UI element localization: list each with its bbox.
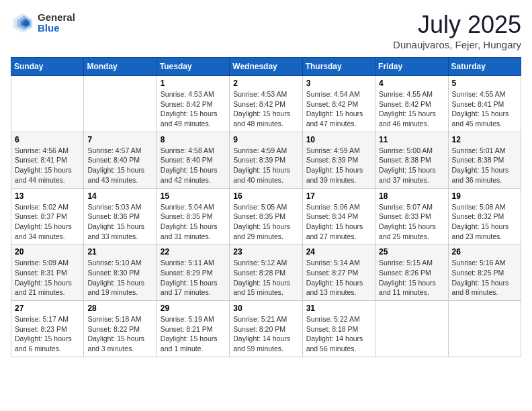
calendar-cell: 30Sunrise: 5:21 AM Sunset: 8:20 PM Dayli… bbox=[230, 301, 302, 357]
day-info: Sunrise: 4:54 AM Sunset: 8:42 PM Dayligh… bbox=[306, 89, 371, 129]
day-info: Sunrise: 5:11 AM Sunset: 8:29 PM Dayligh… bbox=[161, 258, 226, 298]
day-number: 30 bbox=[233, 304, 298, 313]
calendar-cell: 15Sunrise: 5:04 AM Sunset: 8:35 PM Dayli… bbox=[157, 188, 229, 244]
calendar-cell: 19Sunrise: 5:08 AM Sunset: 8:32 PM Dayli… bbox=[448, 188, 521, 244]
day-number: 29 bbox=[161, 304, 226, 313]
day-number: 10 bbox=[306, 135, 371, 144]
day-info: Sunrise: 4:53 AM Sunset: 8:42 PM Dayligh… bbox=[161, 89, 226, 129]
day-info: Sunrise: 4:55 AM Sunset: 8:42 PM Dayligh… bbox=[379, 89, 444, 129]
day-number: 7 bbox=[87, 135, 152, 144]
calendar-cell: 1Sunrise: 4:53 AM Sunset: 8:42 PM Daylig… bbox=[157, 76, 229, 132]
day-of-week-tuesday: Tuesday bbox=[157, 58, 229, 76]
day-info: Sunrise: 5:14 AM Sunset: 8:27 PM Dayligh… bbox=[306, 258, 371, 298]
calendar-cell: 14Sunrise: 5:03 AM Sunset: 8:36 PM Dayli… bbox=[84, 188, 157, 244]
day-info: Sunrise: 4:59 AM Sunset: 8:39 PM Dayligh… bbox=[306, 146, 371, 185]
calendar-cell: 28Sunrise: 5:18 AM Sunset: 8:22 PM Dayli… bbox=[84, 301, 157, 357]
calendar-cell: 11Sunrise: 5:00 AM Sunset: 8:38 PM Dayli… bbox=[375, 132, 448, 188]
calendar-cell: 7Sunrise: 4:57 AM Sunset: 8:40 PM Daylig… bbox=[84, 132, 157, 188]
logo-icon bbox=[11, 11, 35, 35]
day-info: Sunrise: 5:15 AM Sunset: 8:26 PM Dayligh… bbox=[379, 258, 444, 298]
calendar-header: SundayMondayTuesdayWednesdayThursdayFrid… bbox=[11, 58, 521, 76]
day-of-week-sunday: Sunday bbox=[11, 58, 84, 76]
day-number: 12 bbox=[452, 135, 517, 144]
day-info: Sunrise: 5:17 AM Sunset: 8:23 PM Dayligh… bbox=[15, 314, 80, 354]
logo-blue: Blue bbox=[38, 23, 75, 34]
day-number: 19 bbox=[452, 191, 517, 201]
day-number: 18 bbox=[379, 191, 444, 201]
day-info: Sunrise: 5:05 AM Sunset: 8:35 PM Dayligh… bbox=[233, 202, 298, 242]
day-number: 15 bbox=[161, 191, 226, 201]
calendar-cell: 5Sunrise: 4:55 AM Sunset: 8:41 PM Daylig… bbox=[448, 76, 521, 132]
calendar-cell: 21Sunrise: 5:10 AM Sunset: 8:30 PM Dayli… bbox=[84, 244, 157, 301]
day-number: 8 bbox=[161, 135, 226, 144]
day-info: Sunrise: 5:08 AM Sunset: 8:32 PM Dayligh… bbox=[452, 202, 517, 242]
day-info: Sunrise: 5:02 AM Sunset: 8:37 PM Dayligh… bbox=[15, 202, 80, 242]
day-info: Sunrise: 4:57 AM Sunset: 8:40 PM Dayligh… bbox=[87, 146, 152, 185]
day-number: 25 bbox=[379, 247, 444, 257]
day-number: 9 bbox=[233, 135, 298, 144]
day-number: 28 bbox=[87, 304, 152, 313]
calendar-cell: 8Sunrise: 4:58 AM Sunset: 8:40 PM Daylig… bbox=[157, 132, 229, 188]
calendar-table: SundayMondayTuesdayWednesdayThursdayFrid… bbox=[11, 57, 521, 357]
calendar-cell bbox=[84, 76, 157, 132]
calendar-cell: 4Sunrise: 4:55 AM Sunset: 8:42 PM Daylig… bbox=[375, 76, 448, 132]
calendar-cell: 10Sunrise: 4:59 AM Sunset: 8:39 PM Dayli… bbox=[302, 132, 375, 188]
day-info: Sunrise: 4:56 AM Sunset: 8:41 PM Dayligh… bbox=[15, 146, 80, 185]
calendar-cell: 16Sunrise: 5:05 AM Sunset: 8:35 PM Dayli… bbox=[230, 188, 302, 244]
day-number: 20 bbox=[15, 247, 80, 257]
calendar-cell: 23Sunrise: 5:12 AM Sunset: 8:28 PM Dayli… bbox=[230, 244, 302, 301]
day-number: 27 bbox=[15, 304, 80, 313]
calendar-cell: 13Sunrise: 5:02 AM Sunset: 8:37 PM Dayli… bbox=[11, 188, 84, 244]
calendar-cell: 18Sunrise: 5:07 AM Sunset: 8:33 PM Dayli… bbox=[375, 188, 448, 244]
calendar-cell: 25Sunrise: 5:15 AM Sunset: 8:26 PM Dayli… bbox=[375, 244, 448, 301]
days-of-week-row: SundayMondayTuesdayWednesdayThursdayFrid… bbox=[11, 58, 521, 76]
day-info: Sunrise: 5:19 AM Sunset: 8:21 PM Dayligh… bbox=[161, 314, 226, 354]
day-number: 13 bbox=[15, 191, 80, 201]
day-info: Sunrise: 5:12 AM Sunset: 8:28 PM Dayligh… bbox=[233, 258, 298, 298]
day-info: Sunrise: 5:16 AM Sunset: 8:25 PM Dayligh… bbox=[452, 258, 517, 298]
logo: General Blue bbox=[11, 11, 75, 35]
calendar-cell bbox=[448, 301, 521, 357]
calendar-cell: 2Sunrise: 4:53 AM Sunset: 8:42 PM Daylig… bbox=[230, 76, 302, 132]
day-info: Sunrise: 5:18 AM Sunset: 8:22 PM Dayligh… bbox=[87, 314, 152, 354]
day-info: Sunrise: 5:01 AM Sunset: 8:38 PM Dayligh… bbox=[452, 146, 517, 185]
calendar-cell: 31Sunrise: 5:22 AM Sunset: 8:18 PM Dayli… bbox=[302, 301, 375, 357]
day-number: 14 bbox=[87, 191, 152, 201]
day-info: Sunrise: 5:21 AM Sunset: 8:20 PM Dayligh… bbox=[233, 314, 298, 354]
day-number: 31 bbox=[306, 304, 371, 313]
day-info: Sunrise: 5:09 AM Sunset: 8:31 PM Dayligh… bbox=[15, 258, 80, 298]
calendar-cell: 17Sunrise: 5:06 AM Sunset: 8:34 PM Dayli… bbox=[302, 188, 375, 244]
calendar-week-5: 27Sunrise: 5:17 AM Sunset: 8:23 PM Dayli… bbox=[11, 301, 521, 357]
calendar-body: 1Sunrise: 4:53 AM Sunset: 8:42 PM Daylig… bbox=[11, 76, 521, 357]
calendar-cell: 24Sunrise: 5:14 AM Sunset: 8:27 PM Dayli… bbox=[302, 244, 375, 301]
day-number: 2 bbox=[233, 79, 298, 88]
calendar-cell bbox=[375, 301, 448, 357]
day-info: Sunrise: 5:07 AM Sunset: 8:33 PM Dayligh… bbox=[379, 202, 444, 242]
calendar-cell: 6Sunrise: 4:56 AM Sunset: 8:41 PM Daylig… bbox=[11, 132, 84, 188]
day-of-week-saturday: Saturday bbox=[448, 58, 521, 76]
logo-text: General Blue bbox=[38, 12, 75, 34]
day-info: Sunrise: 5:10 AM Sunset: 8:30 PM Dayligh… bbox=[87, 258, 152, 298]
calendar-cell: 27Sunrise: 5:17 AM Sunset: 8:23 PM Dayli… bbox=[11, 301, 84, 357]
calendar-week-1: 1Sunrise: 4:53 AM Sunset: 8:42 PM Daylig… bbox=[11, 76, 521, 132]
location-subtitle: Dunaujvaros, Fejer, Hungary bbox=[393, 39, 521, 50]
calendar-cell bbox=[11, 76, 84, 132]
day-number: 21 bbox=[87, 247, 152, 257]
day-of-week-monday: Monday bbox=[84, 58, 157, 76]
day-number: 6 bbox=[15, 135, 80, 144]
day-number: 5 bbox=[452, 79, 517, 88]
day-of-week-wednesday: Wednesday bbox=[230, 58, 302, 76]
day-info: Sunrise: 5:22 AM Sunset: 8:18 PM Dayligh… bbox=[306, 314, 371, 354]
day-number: 24 bbox=[306, 247, 371, 257]
day-info: Sunrise: 4:58 AM Sunset: 8:40 PM Dayligh… bbox=[161, 146, 226, 185]
logo-general: General bbox=[38, 12, 75, 24]
day-info: Sunrise: 5:04 AM Sunset: 8:35 PM Dayligh… bbox=[161, 202, 226, 242]
calendar-week-3: 13Sunrise: 5:02 AM Sunset: 8:37 PM Dayli… bbox=[11, 188, 521, 244]
day-number: 22 bbox=[161, 247, 226, 257]
title-block: July 2025 Dunaujvaros, Fejer, Hungary bbox=[393, 11, 521, 50]
page-header: General Blue July 2025 Dunaujvaros, Feje… bbox=[11, 11, 521, 50]
day-number: 4 bbox=[379, 79, 444, 88]
month-year-title: July 2025 bbox=[393, 11, 521, 39]
day-info: Sunrise: 5:06 AM Sunset: 8:34 PM Dayligh… bbox=[306, 202, 371, 242]
day-info: Sunrise: 4:53 AM Sunset: 8:42 PM Dayligh… bbox=[233, 89, 298, 129]
